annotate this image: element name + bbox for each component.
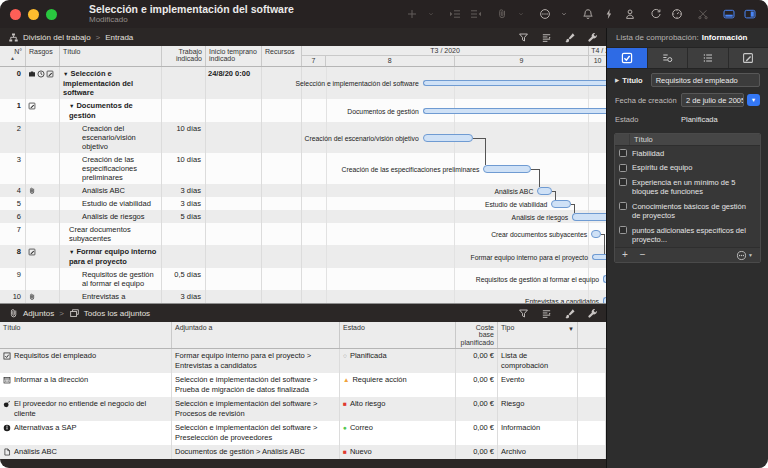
column-header-planned-cost[interactable]: Coste base planificado <box>456 322 498 348</box>
column-header-resources[interactable]: Recursos <box>262 46 302 66</box>
column-header-status[interactable]: Estado <box>340 322 456 348</box>
task-title[interactable]: ▼Documentos de gestión <box>60 99 162 122</box>
gantt-bar[interactable] <box>551 200 571 208</box>
task-title[interactable]: Entrevistas a candidatos <box>60 290 162 303</box>
column-header-number[interactable]: N°▲ <box>0 46 26 66</box>
task-row-1[interactable]: 1▼Documentos de gestiónDocumentos de ges… <box>0 99 606 122</box>
zoom-window-button[interactable] <box>46 9 57 20</box>
task-row-3[interactable]: 3Creación de las especificaciones prelim… <box>0 153 606 184</box>
date-picker-dropdown-button[interactable]: ▼ <box>747 94 760 106</box>
task-title[interactable]: ▼Formar equipo interno para el proyecto <box>60 245 162 268</box>
paperclip-button[interactable] <box>496 8 508 20</box>
task-title[interactable]: Creación de las especificaciones prelimi… <box>60 153 162 184</box>
task-row-6[interactable]: 6Análisis de riesgos5 díasAnálisis de ri… <box>0 210 606 223</box>
gantt-bar[interactable] <box>423 80 606 86</box>
collapse-caret-icon[interactable]: ▼ <box>63 71 68 77</box>
chevron-down-button[interactable] <box>560 10 568 18</box>
collapse-caret-icon[interactable]: ▼ <box>69 249 74 255</box>
task-row-9[interactable]: 9Requisitos de gestión al formar el equi… <box>0 268 606 290</box>
sync-button[interactable] <box>650 8 662 20</box>
task-title[interactable]: Crear documentos subyacentes <box>60 223 162 245</box>
settings-wrench-button[interactable] <box>587 308 598 319</box>
attachment-title[interactable]: Informar a la dirección <box>0 373 172 397</box>
checkbox-icon[interactable] <box>619 226 627 234</box>
checkbox-icon[interactable] <box>619 149 627 157</box>
task-title[interactable]: Análisis ABC <box>60 184 162 197</box>
attachment-title[interactable]: Requisitos del empleado <box>0 349 172 373</box>
task-row-2[interactable]: 2Creación del escenario/visión objetivo1… <box>0 122 606 153</box>
disclosure-triangle-icon[interactable]: ▶ <box>615 77 619 83</box>
minimize-window-button[interactable] <box>28 9 39 20</box>
column-header-type[interactable]: Tipo▼ <box>498 322 578 348</box>
column-header-attached-to[interactable]: Adjuntado a <box>172 322 340 348</box>
format-brush-button[interactable] <box>564 308 575 319</box>
gauge-button[interactable] <box>671 8 683 20</box>
remove-item-button[interactable]: − <box>640 250 646 260</box>
lightning-button[interactable] <box>603 8 615 20</box>
view-options-button[interactable] <box>541 308 552 319</box>
task-title[interactable]: Análisis de riesgos <box>60 210 162 223</box>
gantt-bar[interactable] <box>592 254 606 260</box>
attachment-row[interactable]: Análisis ABCDocumentos de gestión > Anál… <box>0 445 606 460</box>
attachment-row[interactable]: Alternativas a SAPSelección e implementa… <box>0 421 606 445</box>
panel-bottom-button[interactable] <box>723 8 735 20</box>
inspector-tab-list[interactable] <box>688 48 729 68</box>
checklist-actions-button[interactable]: ▼ <box>736 250 753 261</box>
inspector-tab-sort[interactable] <box>648 48 689 68</box>
task-row-4[interactable]: 4Análisis ABC3 díasAnálisis ABC <box>0 184 606 197</box>
task-row-5[interactable]: 5Estudio de viabilidad3 díasEstudio de v… <box>0 197 606 210</box>
chevron-down-button[interactable] <box>517 10 525 18</box>
column-header-title[interactable]: Título <box>60 46 162 66</box>
gantt-bar[interactable] <box>603 297 606 303</box>
format-brush-button[interactable] <box>564 32 575 43</box>
attachment-row[interactable]: Informar a la direcciónSelección e imple… <box>0 373 606 397</box>
close-window-button[interactable] <box>10 9 21 20</box>
task-row-10[interactable]: 10Entrevistas a candidatos3 díasEntrevis… <box>0 290 606 303</box>
gantt-bar[interactable] <box>572 213 606 221</box>
outdent-button[interactable] <box>470 8 482 20</box>
column-header-flags[interactable]: Rasgos <box>26 46 60 66</box>
inspector-tab-checkbox[interactable] <box>607 48 648 68</box>
filter-button[interactable] <box>518 32 529 43</box>
attachment-title[interactable]: Alternativas a SAP <box>0 421 172 445</box>
task-row-8[interactable]: 8▼Formar equipo interno para el proyecto… <box>0 245 606 268</box>
gantt-bar[interactable] <box>537 187 552 195</box>
filter-dropdown-icon[interactable]: ▼ <box>568 326 574 334</box>
column-header-early-start[interactable]: Inicio temprano indicado <box>206 46 262 66</box>
field-title-value[interactable]: Requisitos del empleado <box>651 73 760 87</box>
inspector-tab-note[interactable] <box>729 48 768 68</box>
column-header-attachment-title[interactable]: Título <box>0 322 172 348</box>
gantt-bar[interactable] <box>603 275 606 283</box>
attachments-breadcrumb[interactable]: Adjuntos <box>23 309 54 318</box>
checklist-item[interactable]: Fiabilidad <box>615 146 760 161</box>
filter-button[interactable] <box>518 308 529 319</box>
gantt-bar[interactable] <box>483 165 531 173</box>
more-circle-button[interactable] <box>539 8 551 20</box>
indent-button[interactable] <box>449 8 461 20</box>
gantt-bar[interactable] <box>423 108 606 114</box>
checklist-item[interactable]: puntos adicionales específicos del proye… <box>615 223 760 247</box>
breadcrumb-view[interactable]: División del trabajo <box>23 33 91 42</box>
task-title[interactable]: Estudio de viabilidad <box>60 197 162 210</box>
scissors-button[interactable] <box>697 8 709 20</box>
attachment-row[interactable]: El proveedor no entiende el negocio del … <box>0 397 606 421</box>
checkbox-icon[interactable] <box>619 178 627 186</box>
person-button[interactable] <box>624 8 636 20</box>
gantt-bar[interactable] <box>423 134 473 142</box>
checkbox-icon[interactable] <box>619 202 627 210</box>
gantt-bar[interactable] <box>591 230 601 238</box>
bell-button[interactable] <box>582 8 594 20</box>
attachment-row[interactable]: Requisitos del empleadoFormar equipo int… <box>0 349 606 373</box>
attachment-title[interactable]: El proveedor no entiende el negocio del … <box>0 397 172 421</box>
task-title[interactable]: Creación del escenario/visión objetivo <box>60 122 162 153</box>
collapse-caret-icon[interactable]: ▼ <box>69 103 74 109</box>
attachment-title[interactable]: Análisis ABC <box>0 445 172 460</box>
field-creation-date-value[interactable]: 2 de julio de 2005, 10:34 <box>681 93 744 107</box>
checklist-item[interactable]: Conocimientos básicos de gestión de proy… <box>615 199 760 223</box>
add-button[interactable] <box>406 8 418 20</box>
breadcrumb-section[interactable]: Entrada <box>105 33 133 42</box>
checklist-item[interactable]: Espíritu de equipo <box>615 161 760 176</box>
panel-right-button[interactable] <box>744 8 756 20</box>
task-row-7[interactable]: 7Crear documentos subyacentesCrear docum… <box>0 223 606 245</box>
task-title[interactable]: ▼Selección e implementación del software <box>60 67 162 99</box>
